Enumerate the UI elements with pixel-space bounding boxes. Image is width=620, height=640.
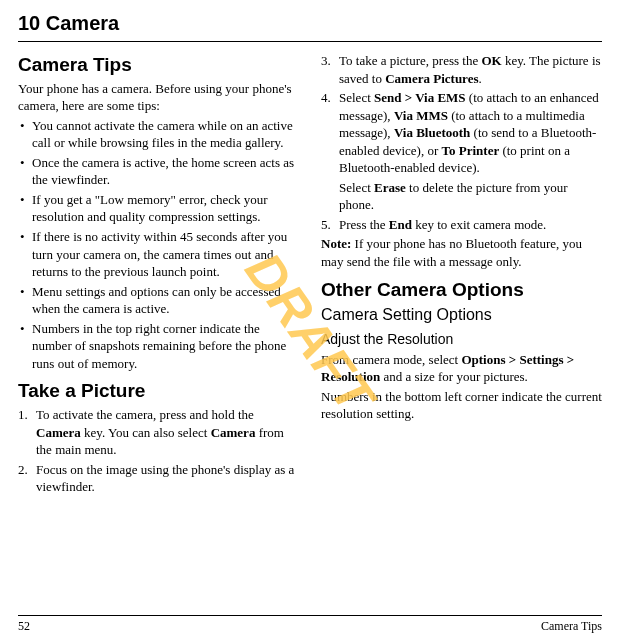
tips-list: You cannot activate the camera while on … (18, 117, 299, 373)
footer-section: Camera Tips (541, 618, 602, 634)
heading-other-options: Other Camera Options (321, 277, 602, 303)
list-item: 2. Focus on the image using the phone's … (18, 461, 299, 496)
list-item: If there is no activity within 45 second… (18, 228, 299, 281)
step-number: 1. (18, 406, 28, 424)
page-footer: 52 Camera Tips (18, 615, 602, 634)
right-column: 3. To take a picture, press the OK key. … (321, 52, 602, 498)
list-item: Numbers in the top right corner indicate… (18, 320, 299, 373)
list-item: 3. To take a picture, press the OK key. … (321, 52, 602, 87)
note-text: Note: If your phone has no Bluetooth fea… (321, 235, 602, 270)
list-item: 4. Select Send > Via EMS (to attach to a… (321, 89, 602, 177)
page-number: 52 (18, 618, 30, 634)
body-text: Numbers in the bottom left corner indica… (321, 388, 602, 423)
heading-take-picture: Take a Picture (18, 378, 299, 404)
take-picture-steps: 1. To activate the camera, press and hol… (18, 406, 299, 496)
step-number: 3. (321, 52, 331, 70)
chapter-title: 10 Camera (18, 10, 602, 42)
step-text: Select Send > Via EMS (to attach to an e… (339, 90, 599, 175)
left-column: Camera Tips Your phone has a camera. Bef… (18, 52, 299, 498)
sub-step-text: Select Erase to delete the picture from … (339, 179, 602, 214)
step-text: Press the End key to exit camera mode. (339, 217, 546, 232)
step-number: 4. (321, 89, 331, 107)
step-text: To activate the camera, press and hold t… (36, 407, 284, 457)
step-text: To take a picture, press the OK key. The… (339, 53, 601, 86)
take-picture-steps-cont2: 5. Press the End key to exit camera mode… (321, 216, 602, 234)
list-item: Menu settings and options can only be ac… (18, 283, 299, 318)
body-text: From camera mode, select Options > Setti… (321, 351, 602, 386)
intro-text: Your phone has a camera. Before using yo… (18, 80, 299, 115)
list-item: If you get a "Low memory" error, check y… (18, 191, 299, 226)
step-number: 2. (18, 461, 28, 479)
heading-camera-tips: Camera Tips (18, 52, 299, 78)
step-number: 5. (321, 216, 331, 234)
subheading-setting-options: Camera Setting Options (321, 304, 602, 326)
step-text: Focus on the image using the phone's dis… (36, 462, 294, 495)
list-item: You cannot activate the camera while on … (18, 117, 299, 152)
two-column-layout: Camera Tips Your phone has a camera. Bef… (18, 52, 602, 498)
take-picture-steps-cont: 3. To take a picture, press the OK key. … (321, 52, 602, 177)
list-item: 1. To activate the camera, press and hol… (18, 406, 299, 459)
list-item: 5. Press the End key to exit camera mode… (321, 216, 602, 234)
subheading-adjust-resolution: Adjust the Resolution (321, 330, 602, 349)
list-item: Once the camera is active, the home scre… (18, 154, 299, 189)
